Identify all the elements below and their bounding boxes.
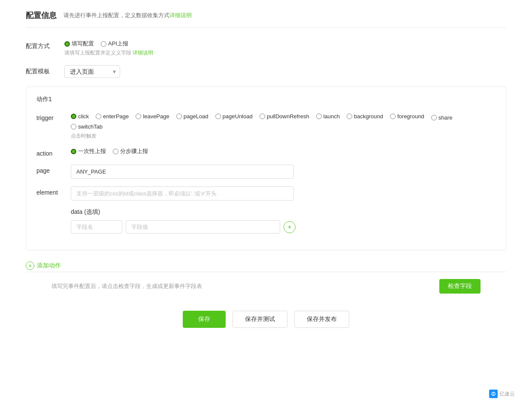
- radio-api-input[interactable]: [101, 41, 106, 47]
- add-action-row[interactable]: + 添加动作: [26, 255, 506, 272]
- action-type-radio-group: 一次性上报 分步骤上报: [71, 147, 496, 155]
- page-label: page: [36, 165, 71, 174]
- data-fields-row: +: [71, 220, 496, 234]
- trigger-foreground[interactable]: foreground: [390, 112, 424, 121]
- trigger-background-input[interactable]: [347, 114, 352, 119]
- trigger-click-input[interactable]: [71, 114, 76, 119]
- save-publish-button[interactable]: 保存并发布: [294, 311, 349, 328]
- data-label: [36, 208, 71, 211]
- trigger-hint: 点击时触发: [71, 132, 496, 140]
- trigger-pulldownrefresh-label: pullDownRefresh: [267, 113, 309, 120]
- brand-logo: 亿速云: [489, 390, 515, 398]
- bottom-actions: 保存 保存并测试 保存并发布: [26, 300, 506, 336]
- trigger-launch[interactable]: launch: [316, 112, 340, 121]
- trigger-pageload-input[interactable]: [176, 114, 182, 119]
- action-once-input[interactable]: [71, 149, 76, 154]
- config-template-row: 配置模板 进入页面 离开页面 点击事件 ▾: [26, 65, 506, 78]
- brand-name: 亿速云: [499, 390, 515, 398]
- element-label: element: [36, 186, 71, 196]
- action-card-1: 动作1 trigger click enterPage: [26, 87, 506, 250]
- main-content: 配置信息 请先进行事件上报配置，定义数据收集方式详细说明 配置方式 填写配置 A…: [0, 0, 532, 371]
- action-type-content: 一次性上报 分步骤上报: [71, 147, 496, 155]
- element-row: element: [36, 186, 496, 201]
- detail-link-1[interactable]: 详细说明: [169, 12, 192, 18]
- trigger-click[interactable]: click: [71, 112, 89, 121]
- trigger-pageload-label: pageLoad: [184, 113, 209, 120]
- check-fields-button[interactable]: 检查字段: [439, 279, 481, 294]
- trigger-pulldownrefresh[interactable]: pullDownRefresh: [260, 112, 309, 121]
- trigger-share[interactable]: share: [431, 114, 453, 121]
- trigger-pageunload-input[interactable]: [215, 114, 221, 119]
- config-template-select-wrapper: 进入页面 离开页面 点击事件 ▾: [64, 65, 120, 78]
- config-method-content: 填写配置 API上报 请填写上报配置并定义义字段 详细说明: [64, 40, 506, 57]
- add-field-button[interactable]: +: [284, 221, 296, 233]
- detail-link-2[interactable]: 详细说明: [133, 50, 153, 56]
- trigger-row: trigger click enterPage leav: [36, 112, 496, 140]
- page-row: page ANY_PAGE: [36, 165, 496, 179]
- action-title: 动作1: [36, 96, 496, 103]
- field-value-input[interactable]: [126, 220, 280, 234]
- config-method-radio-group: 填写配置 API上报: [64, 40, 506, 48]
- save-button[interactable]: 保存: [183, 311, 226, 328]
- footer-bar: 填写完事件配置后，请点击检查字段，生成或更新事件字段表 检查字段: [26, 272, 506, 300]
- data-row: data (选填) +: [36, 208, 496, 234]
- config-method-label: 配置方式: [26, 40, 64, 50]
- logo-icon: [489, 390, 498, 398]
- page-subtitle: 请先进行事件上报配置，定义数据收集方式详细说明: [63, 12, 192, 19]
- add-action-text: 添加动作: [37, 262, 61, 270]
- trigger-share-label: share: [438, 114, 453, 121]
- trigger-foreground-label: foreground: [397, 113, 424, 120]
- element-content: [71, 186, 496, 201]
- trigger-switchtab-input[interactable]: [71, 124, 76, 129]
- trigger-pageunload-label: pageUnload: [223, 113, 253, 120]
- trigger-leavepage[interactable]: leavePage: [136, 112, 169, 121]
- trigger-leavepage-input[interactable]: [136, 114, 141, 119]
- radio-api-label: API上报: [108, 40, 128, 48]
- trigger-launch-label: launch: [323, 113, 340, 120]
- trigger-pageload[interactable]: pageLoad: [176, 112, 209, 121]
- trigger-pulldownrefresh-input[interactable]: [260, 114, 265, 119]
- radio-fill[interactable]: 填写配置: [64, 40, 94, 48]
- add-action-icon: +: [26, 261, 34, 270]
- page-title: 配置信息: [26, 10, 57, 21]
- radio-api[interactable]: API上报: [101, 40, 128, 48]
- page-content: ANY_PAGE: [71, 165, 496, 179]
- element-input[interactable]: [71, 186, 294, 201]
- trigger-leavepage-label: leavePage: [143, 113, 169, 120]
- radio-fill-label: 填写配置: [72, 40, 94, 48]
- action-type-row: action 一次性上报 分步骤上报: [36, 147, 496, 157]
- trigger-share-input[interactable]: [431, 115, 437, 120]
- config-template-label: 配置模板: [26, 65, 64, 75]
- config-method-row: 配置方式 填写配置 API上报 请填写上报配置并定义义字段 详细说明: [26, 40, 506, 57]
- page-input[interactable]: ANY_PAGE: [71, 165, 294, 179]
- trigger-content: click enterPage leavePage pageLoad: [71, 112, 496, 140]
- logo-svg: [490, 390, 497, 397]
- field-name-input[interactable]: [71, 220, 122, 234]
- trigger-pageunload[interactable]: pageUnload: [215, 112, 253, 121]
- trigger-background-label: background: [354, 113, 383, 120]
- save-test-button[interactable]: 保存并测试: [233, 311, 287, 328]
- config-template-select[interactable]: 进入页面 离开页面 点击事件: [64, 65, 120, 78]
- trigger-label: trigger: [36, 112, 71, 121]
- action-once-label: 一次性上报: [78, 147, 106, 155]
- action-type-label: action: [36, 147, 71, 157]
- trigger-background[interactable]: background: [347, 112, 383, 121]
- trigger-switchtab[interactable]: switchTab: [71, 123, 103, 130]
- trigger-launch-input[interactable]: [316, 114, 322, 119]
- page-container: 配置信息 请先进行事件上报配置，定义数据收集方式详细说明 配置方式 填写配置 A…: [0, 0, 532, 405]
- trigger-switchtab-label: switchTab: [78, 123, 103, 130]
- trigger-enterpage[interactable]: enterPage: [96, 112, 129, 121]
- trigger-enterpage-label: enterPage: [103, 113, 129, 120]
- footer-hint: 填写完事件配置后，请点击检查字段，生成或更新事件字段表: [51, 282, 202, 290]
- action-step-input[interactable]: [113, 149, 118, 154]
- config-method-hint: 请填写上报配置并定义义字段 详细说明: [64, 49, 506, 57]
- data-content: data (选填) +: [71, 208, 496, 234]
- action-once[interactable]: 一次性上报: [71, 147, 106, 155]
- trigger-foreground-input[interactable]: [390, 114, 396, 119]
- trigger-enterpage-input[interactable]: [96, 114, 101, 119]
- radio-fill-input[interactable]: [64, 41, 70, 47]
- config-template-content: 进入页面 离开页面 点击事件 ▾: [64, 65, 506, 78]
- brand-footer: 亿速云: [489, 390, 515, 398]
- page-title-section: 配置信息 请先进行事件上报配置，定义数据收集方式详细说明: [26, 10, 506, 28]
- action-step[interactable]: 分步骤上报: [113, 147, 148, 155]
